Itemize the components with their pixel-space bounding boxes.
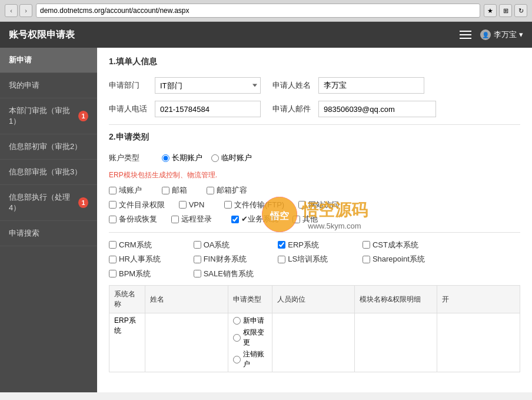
account-type-radio-group: 长期账户 临时账户 [162, 153, 252, 163]
cb-ls[interactable] [278, 256, 285, 263]
address-bar[interactable] [36, 4, 480, 18]
table-radio-cancel[interactable] [233, 356, 241, 363]
cb-bpm-label[interactable]: BPM系统 [109, 269, 174, 279]
cb-email-expand[interactable] [207, 187, 214, 194]
phone-label: 申请人电话 [109, 104, 150, 114]
cb-backup-label[interactable]: 备份或恢复 [109, 214, 157, 224]
sidebar-item-my-applications[interactable]: 我的申请 [0, 73, 97, 98]
cb-website-label[interactable]: 网站访问 [298, 200, 339, 210]
cb-vpn-label[interactable]: VPN [179, 200, 205, 209]
cb-email-label[interactable]: 邮箱 [162, 185, 187, 196]
table-type-radio-group: 新申请 权限变更 注销账户 [233, 316, 267, 369]
system-row3: BPM系统 SALE销售系统 [109, 269, 520, 280]
long-term-radio-text: 长期账户 [172, 153, 202, 163]
star-icon[interactable]: ★ [484, 4, 497, 17]
cb-vpn[interactable] [179, 201, 187, 209]
system-row2: HR人事系统 FIN财务系统 LS培训系统 Sharepoint系统 [109, 254, 520, 265]
cb-ls-label[interactable]: LS培训系统 [278, 254, 343, 265]
table-system-name: ERP系统 [114, 316, 136, 335]
section-divider-2 [109, 232, 520, 233]
cb-sharepoint-label[interactable]: Sharepoint系统 [363, 254, 425, 265]
name-input[interactable] [318, 77, 424, 94]
content-area: 悟空 悟空源码 www.5kym.com 1.填单人信息 申请部门 [97, 48, 532, 392]
sidebar-item-new-application[interactable]: 新申请 [0, 48, 97, 73]
table-radio-new-label[interactable]: 新申请 [233, 316, 267, 326]
nav-buttons: ‹ › [5, 4, 32, 17]
email-input[interactable] [318, 101, 436, 117]
cb-fin-label[interactable]: FIN财务系统 [194, 254, 258, 265]
cb-remote-label[interactable]: 远程登录 [171, 214, 212, 224]
table-open-input[interactable] [442, 316, 515, 324]
cb-ftp-label[interactable]: 文件传输(FTP) [224, 200, 284, 210]
email-field-group: 申请人邮件 [272, 101, 436, 117]
cb-backup[interactable] [109, 216, 117, 223]
cb-business-label[interactable]: ✔业务系统 [231, 214, 278, 224]
cb-cst-label[interactable]: CST成本系统 [363, 240, 418, 250]
long-term-radio-label[interactable]: 长期账户 [162, 153, 202, 163]
table-detail-input[interactable] [360, 316, 432, 324]
cb-file-dir-label[interactable]: 文件目录权限 [109, 200, 165, 210]
cb-other-label[interactable]: 其他 [292, 214, 318, 224]
cb-cst[interactable] [363, 241, 370, 249]
table-radio-cancel-label[interactable]: 注销账户 [233, 349, 267, 369]
dept-row: 申请部门 IT部门 申请人姓名 [109, 77, 520, 94]
cb-email[interactable] [162, 187, 169, 194]
table-header-detail: 模块名称&权限明细 [355, 286, 437, 313]
main-content: 新申请 我的申请 本部门审批（审批1） 1 信息部初审（审批2） 信息部审批（审… [0, 48, 532, 392]
cb-erp-label[interactable]: ERP系统 [278, 240, 343, 250]
cb-domain-label[interactable]: 域账户 [109, 185, 142, 196]
cb-other[interactable] [292, 216, 300, 223]
table-row: ERP系统 新申请 [109, 313, 520, 372]
cb-bpm[interactable] [109, 270, 117, 277]
cb-ftp[interactable] [224, 201, 232, 209]
table-header-system: 系统名称 [109, 286, 145, 313]
cb-crm-label[interactable]: CRM系统 [109, 240, 174, 250]
cb-domain[interactable] [109, 187, 117, 194]
app-container: 账号权限申请表 👤 李万宝 ▾ 新申请 我的申请 本部门审批（审批1） [0, 22, 532, 392]
cb-hr-label[interactable]: HR人事系统 [109, 254, 174, 265]
table-name-input[interactable] [150, 316, 222, 324]
sidebar-item-info-review[interactable]: 信息部初审（审批2） [0, 134, 97, 160]
cb-erp[interactable] [278, 241, 285, 249]
long-term-radio[interactable] [162, 154, 169, 162]
table-position-input[interactable] [277, 316, 350, 324]
menu-icon[interactable]: ⊞ [499, 4, 512, 17]
sidebar-item-label: 本部门审批（审批1） [9, 105, 78, 127]
cb-crm[interactable] [109, 241, 117, 249]
sidebar-item-info-execute[interactable]: 信息部执行（处理4） 1 [0, 185, 97, 221]
cb-sale-label[interactable]: SALE销售系统 [194, 269, 258, 279]
cb-remote[interactable] [171, 216, 179, 223]
temp-radio-label[interactable]: 临时账户 [211, 153, 252, 163]
browser-chrome: ‹ › ★ ⊞ ↻ [0, 0, 532, 22]
cb-business[interactable] [231, 216, 239, 223]
table-radio-change[interactable] [233, 334, 241, 342]
cb-oa-label[interactable]: OA系统 [194, 240, 258, 250]
phone-field-group: 申请人电话 [109, 101, 261, 117]
user-info[interactable]: 👤 李万宝 ▾ [480, 29, 523, 40]
temp-radio[interactable] [211, 154, 219, 162]
back-button[interactable]: ‹ [5, 4, 18, 17]
cb-sharepoint[interactable] [363, 256, 370, 263]
phone-input[interactable] [155, 101, 261, 117]
sidebar-item-info-approval[interactable]: 信息部审批（审批3） [0, 160, 97, 185]
table-radio-new[interactable] [233, 317, 241, 325]
url-input[interactable] [40, 6, 476, 15]
cb-oa[interactable] [194, 241, 201, 249]
cb-website[interactable] [298, 201, 306, 209]
hamburger-icon[interactable] [460, 31, 471, 39]
cb-email-expand-label[interactable]: 邮箱扩容 [207, 185, 247, 196]
forward-button[interactable]: › [19, 4, 32, 17]
cb-file-dir[interactable] [109, 201, 117, 209]
cb-hr[interactable] [109, 256, 117, 263]
refresh-icon[interactable]: ↻ [514, 4, 527, 17]
cb-sale[interactable] [194, 270, 201, 277]
section1-title: 1.填单人信息 [109, 57, 520, 70]
sidebar-item-label: 我的申请 [9, 80, 39, 91]
sidebar-item-search[interactable]: 申请搜索 [0, 221, 97, 246]
cb-fin[interactable] [194, 256, 201, 263]
dept-select[interactable]: IT部门 [155, 77, 261, 94]
table-radio-change-label[interactable]: 权限变更 [233, 328, 267, 348]
phone-row: 申请人电话 申请人邮件 [109, 101, 520, 117]
sidebar-item-dept-approval[interactable]: 本部门审批（审批1） 1 [0, 98, 97, 134]
sidebar-item-label: 信息部执行（处理4） [9, 192, 78, 213]
